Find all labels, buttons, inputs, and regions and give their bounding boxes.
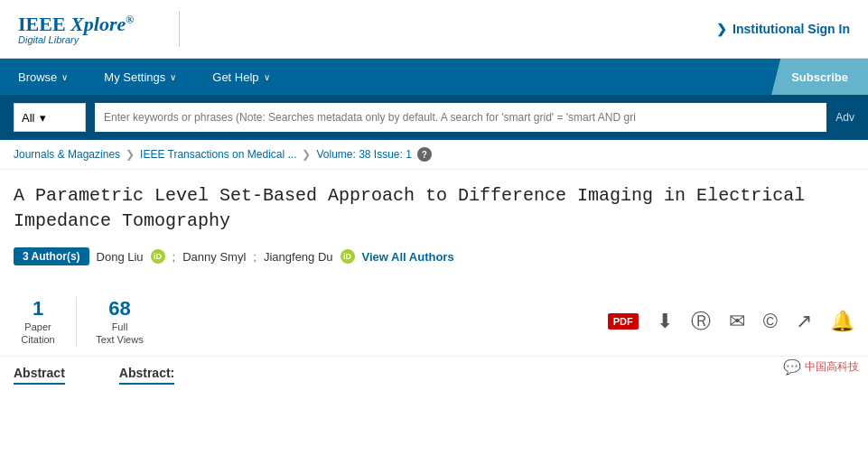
breadcrumb-transactions[interactable]: IEEE Transactions on Medical ... xyxy=(140,148,296,161)
author-1-orcid[interactable]: iD xyxy=(151,249,165,264)
nav-browse[interactable]: Browse ∨ xyxy=(0,59,86,95)
abstract-col2-title: Abstract: xyxy=(119,366,174,385)
author-3-name: Jiangfeng Du xyxy=(264,250,333,264)
author-1-name: Dong Liu xyxy=(97,250,144,264)
author-sep-1: ; xyxy=(173,250,176,264)
author-sep-2: ; xyxy=(253,250,257,264)
email-icon: ✉ xyxy=(729,310,745,333)
select-arrow-icon: ▾ xyxy=(40,111,46,125)
header-divider xyxy=(179,11,180,47)
copyright-icon: © xyxy=(763,310,778,333)
search-bar: All ▾ Adv xyxy=(0,95,868,140)
alert-action[interactable]: 🔔 xyxy=(830,310,854,333)
watermark: 💬 中国高科技 xyxy=(783,358,859,376)
ieee-logo: IEEE Xplore® xyxy=(18,13,134,36)
settings-arrow: ∨ xyxy=(170,72,176,82)
header-right: ❯ Institutional Sign In xyxy=(716,22,850,36)
search-input[interactable] xyxy=(95,103,826,132)
share-icon: ↗ xyxy=(796,310,812,333)
institutional-signin-link[interactable]: ❯ Institutional Sign In xyxy=(716,22,850,36)
breadcrumb-sep2: ❯ xyxy=(302,148,311,161)
article-title: A Parametric Level Set-Based Approach to… xyxy=(14,183,854,234)
advanced-search-link[interactable]: Adv xyxy=(835,111,854,124)
logo-area: IEEE Xplore® Digital Library xyxy=(18,13,134,45)
views-label: FullText Views xyxy=(95,321,145,347)
share-action[interactable]: ↗ xyxy=(796,310,812,333)
article-area: A Parametric Level Set-Based Approach to… xyxy=(0,170,868,288)
abstract-header-row: Abstract Abstract: xyxy=(0,357,868,385)
page-header: IEEE Xplore® Digital Library ❯ Instituti… xyxy=(0,0,868,59)
select-label: All xyxy=(22,111,34,125)
breadcrumb-sep1: ❯ xyxy=(126,148,135,161)
views-count: 68 xyxy=(95,297,145,321)
author-2-name: Danny Smyl xyxy=(182,250,246,264)
readcube-icon: Ⓡ xyxy=(691,308,711,335)
author-3-orcid[interactable]: iD xyxy=(341,249,355,264)
nav-bar: Browse ∨ My Settings ∨ Get Help ∨ Subscr… xyxy=(0,59,868,95)
watermark-icon: 💬 xyxy=(783,358,801,376)
search-category-select[interactable]: All ▾ xyxy=(14,103,86,132)
citation-count: 1 xyxy=(14,297,62,321)
copyright-action[interactable]: © xyxy=(763,310,778,333)
abstract-col1-title: Abstract xyxy=(14,366,65,385)
content-wrapper: Journals & Magazines ❯ IEEE Transactions… xyxy=(0,140,868,385)
nav-get-help[interactable]: Get Help ∨ xyxy=(194,59,287,95)
browse-arrow: ∨ xyxy=(61,72,68,82)
stats-actions-row: 1 PaperCitation 68 FullText Views PDF ⬇ … xyxy=(0,288,868,357)
ieee-text: IEEE xyxy=(18,13,66,35)
pdf-icon: PDF xyxy=(608,313,639,330)
readcube-action[interactable]: Ⓡ xyxy=(691,308,711,335)
citation-stat: 1 PaperCitation xyxy=(14,297,77,347)
nav-my-settings[interactable]: My Settings ∨ xyxy=(86,59,194,95)
citation-label: PaperCitation xyxy=(14,321,62,347)
help-arrow: ∨ xyxy=(264,72,270,82)
download-action[interactable]: ⬇ xyxy=(657,310,673,333)
help-icon[interactable]: ? xyxy=(417,147,432,162)
breadcrumb: Journals & Magazines ❯ IEEE Transactions… xyxy=(0,140,868,170)
signin-label: Institutional Sign In xyxy=(733,22,850,36)
download-icon: ⬇ xyxy=(657,310,673,333)
view-all-authors-link[interactable]: View All Authors xyxy=(362,250,454,264)
action-icons: PDF ⬇ Ⓡ ✉ © ↗ 🔔 xyxy=(608,308,854,335)
pdf-action[interactable]: PDF xyxy=(608,313,639,330)
breadcrumb-journals[interactable]: Journals & Magazines xyxy=(14,148,120,161)
watermark-text: 中国高科技 xyxy=(805,359,859,375)
xplore-text: Xplore® xyxy=(70,13,134,35)
signin-chevron: ❯ xyxy=(716,22,727,36)
authors-badge: 3 Author(s) xyxy=(14,247,89,265)
alert-icon: 🔔 xyxy=(830,310,854,333)
digital-library-text: Digital Library xyxy=(18,34,134,45)
nav-subscribe[interactable]: Subscribe xyxy=(771,59,868,95)
views-stat: 68 FullText Views xyxy=(95,297,158,347)
breadcrumb-volume[interactable]: Volume: 38 Issue: 1 xyxy=(316,148,411,161)
authors-row: 3 Author(s) Dong Liu iD ; Danny Smyl ; J… xyxy=(14,247,854,265)
email-action[interactable]: ✉ xyxy=(729,310,745,333)
